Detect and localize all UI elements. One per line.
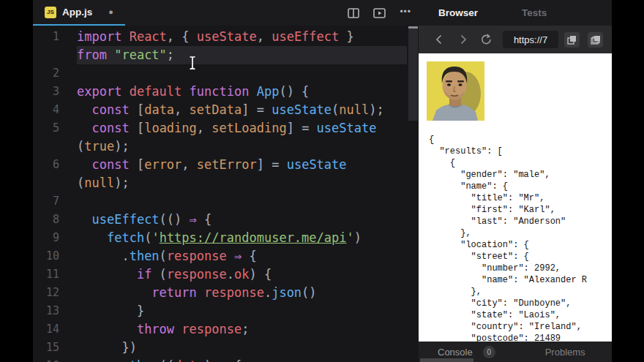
code-row[interactable]: (true);: [33, 137, 419, 156]
modified-dot: ●: [108, 8, 113, 16]
more-actions-icon[interactable]: •••: [400, 7, 411, 19]
console-tab[interactable]: Console: [438, 347, 473, 358]
open-preview-icon[interactable]: [373, 8, 386, 18]
tab-tests[interactable]: Tests: [522, 7, 547, 18]
line-number: 7: [33, 192, 77, 211]
code-row[interactable]: 3export default function App() {: [33, 83, 419, 101]
code-row[interactable]: 1import React, { useState, useEffect }: [33, 28, 419, 46]
url-bar[interactable]: https://7: [503, 31, 558, 48]
browser-viewport: { "results": [ { "gender": "male", "name…: [419, 53, 612, 342]
code-row[interactable]: 14 throw response;: [33, 320, 419, 339]
code-row[interactable]: 15 }): [33, 339, 419, 357]
line-number: 4: [33, 101, 77, 119]
code-row[interactable]: 4 const [data, setData] = useState(null)…: [33, 101, 419, 119]
code-row[interactable]: 2: [33, 64, 419, 83]
line-number: 13: [33, 302, 77, 320]
duplicate-window-icon[interactable]: [564, 32, 580, 48]
line-number: 14: [33, 320, 77, 339]
forward-icon[interactable]: [458, 34, 468, 45]
text-cursor-icon: [188, 56, 197, 73]
js-file-icon: JS: [45, 7, 56, 18]
split-editor-icon[interactable]: [348, 8, 359, 18]
app-window: JS App.js ● ••• 1import React, { useStat…: [0, 0, 644, 362]
line-number: [33, 174, 77, 192]
line-number: 1: [33, 28, 77, 46]
line-number: 9: [33, 229, 77, 247]
browser-nav-bar: https://7: [419, 26, 612, 53]
code-row[interactable]: 16 .then((data) ⇒ {: [33, 357, 419, 362]
refresh-icon[interactable]: [480, 34, 493, 45]
preview-tab-bar: Browser Tests: [419, 0, 612, 26]
tab-browser[interactable]: Browser: [438, 7, 478, 18]
browser-panel: Browser Tests https://7: [419, 0, 612, 362]
line-number: 10: [33, 247, 77, 265]
code-row[interactable]: 12 return response.json(): [33, 284, 419, 302]
problems-tab[interactable]: Problems: [545, 347, 585, 358]
console-count-badge: 0: [483, 346, 495, 358]
tab-app-js[interactable]: JS App.js ●: [33, 0, 125, 26]
code-row[interactable]: 9 fetch('https://randomuser.me/api'): [33, 229, 419, 247]
code-editor[interactable]: 1import React, { useState, useEffect }fr…: [33, 26, 419, 362]
line-number: 6: [33, 156, 77, 174]
line-number: [33, 46, 77, 64]
line-number: 11: [33, 265, 77, 284]
line-number: 3: [33, 83, 77, 101]
line-number: 5: [33, 119, 77, 137]
json-output: { "results": [ { "gender": "male", "name…: [429, 134, 587, 342]
code-row[interactable]: from "react";: [33, 46, 419, 64]
user-photo: [427, 61, 484, 124]
code-row[interactable]: 10 .then(response ⇒ {: [33, 247, 419, 265]
code-row[interactable]: 11 if (response.ok) {: [33, 265, 419, 284]
console-active-strip: [420, 358, 473, 362]
line-number: 2: [33, 64, 77, 83]
tab-filename: App.js: [62, 7, 92, 18]
line-number: 15: [33, 339, 77, 357]
editor-scrollbar[interactable]: [408, 26, 418, 121]
line-number: [33, 137, 77, 156]
code-row[interactable]: 13 }: [33, 302, 419, 320]
code-row[interactable]: (null);: [33, 174, 419, 192]
back-icon[interactable]: [433, 34, 443, 45]
console-bar: Console 0 Problems: [419, 342, 612, 362]
code-row[interactable]: 6 const [error, setError] = useState: [33, 156, 419, 174]
code-row[interactable]: 5 const [loading, setLoading] = useState: [33, 119, 419, 137]
line-number: 8: [33, 211, 77, 229]
code-row[interactable]: 7: [33, 192, 419, 211]
editor-panel: JS App.js ● ••• 1import React, { useStat…: [33, 0, 419, 362]
code-row[interactable]: 8 useEffect(() ⇒ {: [33, 211, 419, 229]
line-number: 16: [33, 357, 77, 362]
windows-stack-icon[interactable]: [588, 32, 603, 48]
editor-tab-bar: JS App.js ● •••: [33, 0, 419, 26]
line-number: 12: [33, 284, 77, 302]
